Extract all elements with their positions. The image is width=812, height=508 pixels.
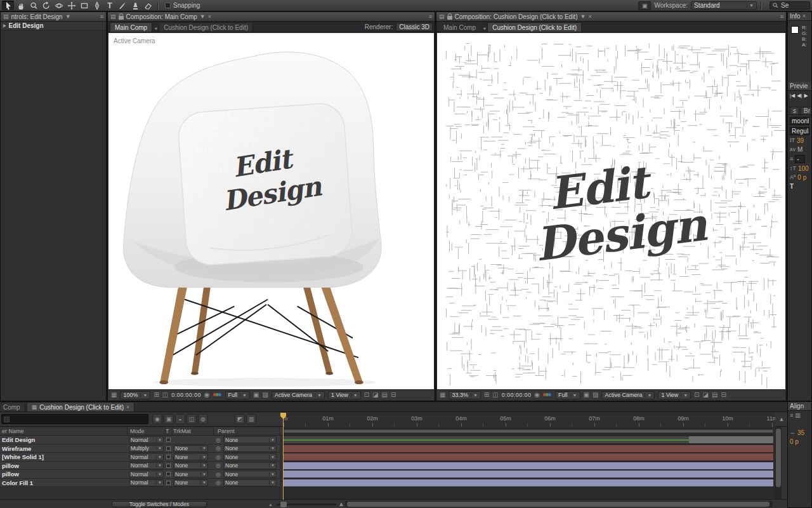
close-icon[interactable]: × — [802, 13, 806, 19]
toggle-switches-modes-button[interactable]: Toggle Switches / Modes — [112, 501, 207, 507]
current-time-display[interactable]: 0:00:00:00 — [502, 392, 532, 398]
resolution-select[interactable]: Full▼ — [225, 391, 250, 399]
layer-bar-5[interactable] — [284, 471, 773, 478]
tab-switch-arrow-icon[interactable]: ◂ — [154, 25, 157, 31]
always-preview-icon[interactable]: ▦ — [440, 392, 445, 398]
preserve-transparency-checkbox[interactable] — [166, 472, 171, 476]
close-icon[interactable]: × — [208, 14, 211, 20]
preview-panel-tab[interactable]: Previe — [788, 82, 811, 91]
work-area-bar[interactable] — [284, 429, 773, 433]
magnification-select[interactable]: 33.3%▼ — [449, 391, 480, 399]
composition-viewport-cushion[interactable]: Edit Design — [437, 33, 785, 389]
always-preview-icon[interactable]: ▦ — [111, 392, 117, 398]
zoom-tool[interactable] — [27, 1, 39, 10]
parent-select[interactable]: None▼ — [223, 471, 277, 478]
parent-select[interactable]: None▼ — [223, 462, 277, 469]
tab-character[interactable]: s — [790, 107, 799, 114]
prev-frame-icon[interactable]: ◀| — [797, 93, 802, 98]
workspace-icon[interactable]: ▣ — [638, 1, 651, 10]
motion-blur-button[interactable]: ◍ — [198, 414, 208, 424]
tracking-select[interactable]: - — [795, 155, 805, 163]
tab-cushion-timeline[interactable]: ▦ Cushion Design (Click to Edit) × — [27, 402, 135, 411]
time-ruler[interactable]: 0m 01m 02m 03m 04m 05m 06m 07m 08m 09m 1… — [283, 413, 775, 427]
panel-menu-icon[interactable]: ≡ — [780, 14, 783, 20]
layer-row-2[interactable]: Wireframe Multiply▼ None▼ ◎ None▼ — [0, 444, 280, 453]
tab-cushion-design[interactable]: Cushion Design (Click to Edit) — [159, 22, 253, 32]
vertical-scale-value[interactable]: 100 — [798, 165, 809, 172]
zoom-mountain-icon[interactable]: ▲ — [778, 414, 785, 424]
hand-tool[interactable] — [15, 1, 27, 10]
timeline-search-field[interactable] — [1, 414, 148, 424]
snapping-toggle[interactable]: Snapping — [165, 2, 200, 9]
transparency-grid-icon[interactable]: ▨ — [593, 392, 598, 398]
eraser-tool[interactable] — [141, 1, 154, 10]
preserve-transparency-checkbox[interactable] — [166, 464, 171, 468]
snapping-checkbox[interactable] — [165, 3, 171, 8]
fast-previews-icon[interactable]: ◪ — [703, 392, 709, 398]
view-camera-select[interactable]: Active Camera▼ — [601, 391, 655, 399]
viewer-lock-icon[interactable] — [447, 16, 452, 20]
cushion[interactable]: Edit Design — [177, 102, 353, 267]
layer-row-5[interactable]: pillow Normal▼ None▼ ◎ None▼ — [0, 470, 280, 479]
close-icon[interactable]: × — [126, 404, 129, 410]
selection-tool[interactable] — [2, 1, 14, 10]
align-value-2[interactable]: 0 p — [790, 438, 799, 445]
transparency-grid-icon[interactable]: ▨ — [262, 392, 268, 398]
font-style-select[interactable]: Regula▼ — [790, 127, 809, 135]
current-time-indicator[interactable] — [283, 413, 284, 500]
clone-stamp-tool[interactable] — [129, 1, 141, 10]
layer-bar-4[interactable] — [284, 462, 773, 469]
column-t[interactable]: T — [166, 428, 169, 434]
unified-camera-tool[interactable] — [53, 1, 65, 10]
pixel-aspect-icon[interactable]: ⊡ — [694, 392, 699, 398]
mask-visibility-icon[interactable]: ◫ — [162, 392, 168, 398]
preserve-transparency-checkbox[interactable] — [166, 481, 171, 485]
layer-row-1[interactable]: Edit Design Normal▼ ◎ None▼ — [0, 436, 280, 444]
parent-select[interactable]: None▼ — [223, 479, 277, 486]
timeline-vertical-scrollbar[interactable] — [775, 427, 782, 500]
trkmat-select[interactable]: None▼ — [173, 479, 208, 486]
tab-main-comp[interactable]: Main Comp — [110, 22, 152, 32]
layer-name[interactable]: pillow — [2, 471, 19, 478]
roi-icon[interactable]: ▣ — [584, 392, 589, 398]
parent-pickwhip-icon[interactable]: ◎ — [216, 462, 221, 469]
parent-pickwhip-icon[interactable]: ◎ — [216, 471, 221, 478]
blend-mode-select[interactable]: Normal▼ — [129, 436, 164, 443]
timeline-zoom-slider[interactable] — [277, 504, 336, 505]
faux-styles-label[interactable]: T — [790, 183, 794, 190]
pixel-aspect-icon[interactable]: ⊡ — [364, 392, 369, 398]
kerning-value[interactable]: M — [797, 146, 802, 153]
blend-mode-select[interactable]: Normal▼ — [129, 462, 164, 469]
snapshot-camera-icon[interactable]: ◉ — [534, 392, 540, 398]
layer-name[interactable]: Wireframe — [2, 445, 31, 452]
magnification-select[interactable]: 100%▼ — [120, 391, 150, 399]
chevron-down-icon[interactable]: ▼ — [200, 14, 206, 20]
preserve-transparency-checkbox[interactable] — [166, 446, 171, 451]
frame-blending-button[interactable]: ◫ — [187, 414, 197, 424]
snapshot-camera-icon[interactable]: ◉ — [204, 392, 210, 398]
column-mode[interactable]: Mode — [130, 428, 145, 434]
tab-switch-arrow-icon[interactable]: ◂ — [483, 25, 485, 31]
column-parent[interactable]: Parent — [218, 428, 235, 434]
mask-visibility-icon[interactable]: ◫ — [492, 392, 498, 398]
tab-main-comp[interactable]: Main Comp — [438, 22, 481, 32]
preserve-transparency-checkbox[interactable] — [166, 438, 171, 442]
view-layout-select[interactable]: 1 View▼ — [328, 391, 361, 399]
graph-editor-button[interactable]: ▥ — [246, 414, 256, 424]
parent-select[interactable]: None▼ — [223, 445, 277, 452]
layer-row-4[interactable]: pillow Normal▼ None▼ ◎ None▼ — [0, 462, 280, 471]
column-layer-name[interactable]: er Name — [2, 428, 24, 434]
column-trkmat[interactable]: TrkMat — [173, 428, 191, 434]
preserve-transparency-checkbox[interactable] — [166, 455, 171, 459]
scrollbar-thumb[interactable] — [776, 429, 781, 487]
auto-keyframe-button[interactable]: ◩ — [235, 414, 245, 424]
baseline-shift-value[interactable]: 0 p — [797, 174, 806, 181]
parent-pickwhip-icon[interactable]: ◎ — [216, 479, 221, 486]
chevron-down-icon[interactable]: ▼ — [65, 14, 71, 20]
trkmat-select[interactable]: None▼ — [173, 445, 208, 452]
layer-name[interactable]: pillow — [2, 462, 19, 469]
effect-controls-header[interactable]: ▤ ntrols: Edit Design ▼ ≡ — [1, 12, 106, 22]
align-columns-icon[interactable]: ▥ — [795, 413, 801, 418]
parent-select[interactable]: None▼ — [223, 436, 277, 443]
roi-icon[interactable]: ▣ — [253, 392, 259, 398]
